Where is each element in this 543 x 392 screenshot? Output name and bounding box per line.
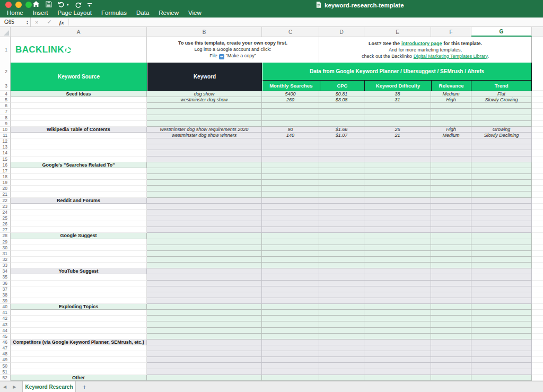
trend-cell[interactable] <box>471 227 532 233</box>
keyword-cell[interactable] <box>147 310 262 316</box>
monthly-searches-cell[interactable] <box>262 180 319 186</box>
cell-a-empty[interactable] <box>11 334 147 339</box>
trend-cell[interactable] <box>471 103 532 109</box>
select-all-corner[interactable] <box>0 27 11 37</box>
trend-cell[interactable] <box>471 334 532 339</box>
cell-a-empty[interactable] <box>11 345 147 351</box>
relevance-cell[interactable] <box>431 251 471 257</box>
keyword-difficulty-cell[interactable] <box>364 292 431 298</box>
keyword-difficulty-cell[interactable] <box>364 351 431 357</box>
cell-a-empty[interactable] <box>11 251 147 257</box>
cell-a-empty[interactable] <box>11 103 147 109</box>
cell-h-empty[interactable] <box>532 144 543 150</box>
keyword-cell[interactable] <box>147 351 262 357</box>
monthly-searches-cell[interactable] <box>262 369 319 375</box>
cancel-entry-icon[interactable]: × <box>31 19 42 25</box>
relevance-cell[interactable] <box>431 328 471 334</box>
monthly-searches-cell[interactable] <box>262 339 319 345</box>
column-header-b[interactable]: B <box>147 27 262 37</box>
trend-cell[interactable] <box>471 215 532 221</box>
cell-h-empty[interactable] <box>532 375 543 381</box>
cell-h-empty[interactable] <box>532 180 543 186</box>
keyword-difficulty-cell[interactable] <box>364 263 431 268</box>
monthly-searches-cell[interactable] <box>262 162 319 168</box>
keyword-difficulty-cell[interactable] <box>364 239 431 245</box>
monthly-searches-cell[interactable] <box>262 292 319 298</box>
relevance-cell[interactable] <box>431 109 471 115</box>
cpc-cell[interactable]: $1.66 <box>319 127 364 133</box>
cpc-cell[interactable] <box>319 334 364 339</box>
metric-header-trend[interactable]: Trend <box>471 81 531 91</box>
row-number[interactable]: 33 <box>0 263 11 268</box>
relevance-cell[interactable] <box>431 245 471 251</box>
section-label-cell[interactable]: Wikipedia Table of Contents <box>11 127 147 133</box>
trend-cell[interactable] <box>471 138 532 144</box>
cpc-cell[interactable] <box>319 233 364 239</box>
monthly-searches-cell[interactable] <box>262 156 319 162</box>
column-header-a[interactable]: A <box>11 27 147 37</box>
relevance-cell[interactable] <box>431 138 471 144</box>
monthly-searches-cell[interactable] <box>262 150 319 156</box>
cell-h-empty[interactable] <box>532 339 543 345</box>
home-icon[interactable] <box>32 0 40 10</box>
trend-cell[interactable] <box>471 357 532 363</box>
row-number[interactable]: 40 <box>0 304 11 310</box>
monthly-searches-cell[interactable] <box>262 121 319 127</box>
keyword-difficulty-cell[interactable] <box>364 221 431 227</box>
cell-h-empty[interactable] <box>532 204 543 210</box>
keyword-cell[interactable] <box>147 174 262 180</box>
row-number[interactable]: 9 <box>0 121 11 127</box>
cpc-cell[interactable] <box>319 191 364 197</box>
row-number[interactable]: 12 <box>0 138 11 144</box>
keyword-difficulty-cell[interactable] <box>364 298 431 304</box>
cell-h-empty[interactable] <box>532 63 543 91</box>
cpc-cell[interactable] <box>319 369 364 375</box>
row-number[interactable]: 1 <box>0 37 11 63</box>
section-label-cell[interactable]: Google Suggest <box>11 233 147 239</box>
cell-h-empty[interactable] <box>532 168 543 174</box>
trend-cell[interactable] <box>471 221 532 227</box>
relevance-cell[interactable] <box>431 215 471 221</box>
row-number[interactable]: 2 <box>0 63 10 81</box>
section-label-cell[interactable]: Other <box>11 375 147 381</box>
relevance-cell[interactable] <box>431 239 471 245</box>
keyword-cell[interactable]: dog show <box>147 91 262 97</box>
keyword-difficulty-cell[interactable] <box>364 286 431 292</box>
cpc-cell[interactable] <box>319 168 364 174</box>
keyword-cell[interactable] <box>147 138 262 144</box>
keyword-difficulty-cell[interactable] <box>364 204 431 210</box>
trend-cell[interactable] <box>471 198 532 204</box>
trend-cell[interactable] <box>471 304 532 310</box>
keyword-difficulty-cell[interactable] <box>364 162 431 168</box>
row-number[interactable]: 28 <box>0 233 11 239</box>
keyword-cell[interactable] <box>147 227 262 233</box>
row-number[interactable]: 13 <box>0 144 11 150</box>
cell-a-empty[interactable] <box>11 133 147 138</box>
next-sheet-icon[interactable]: ▶ <box>10 385 19 389</box>
cell-a-empty[interactable] <box>11 310 147 316</box>
keyword-difficulty-cell[interactable] <box>364 345 431 351</box>
keyword-cell[interactable] <box>147 369 262 375</box>
keyword-cell[interactable] <box>147 180 262 186</box>
cell-a-empty[interactable] <box>11 286 147 292</box>
keyword-difficulty-cell[interactable] <box>364 210 431 215</box>
relevance-cell[interactable]: Medium <box>431 91 471 97</box>
column-header-e[interactable]: E <box>364 27 431 37</box>
trend-cell[interactable] <box>471 274 532 280</box>
cell-a-empty[interactable] <box>11 369 147 375</box>
cell-a-empty[interactable] <box>11 363 147 369</box>
keyword-difficulty-cell[interactable] <box>364 339 431 345</box>
trend-cell[interactable] <box>471 263 532 268</box>
row-number[interactable]: 32 <box>0 257 11 263</box>
row-number[interactable]: 27 <box>0 227 11 233</box>
trend-cell[interactable] <box>471 321 532 327</box>
monthly-searches-cell[interactable] <box>262 109 319 115</box>
relevance-cell[interactable] <box>431 310 471 316</box>
monthly-searches-cell[interactable] <box>262 281 319 286</box>
keyword-difficulty-cell[interactable]: 31 <box>364 97 431 103</box>
cell-a-empty[interactable] <box>11 121 147 127</box>
keyword-difficulty-cell[interactable] <box>364 251 431 257</box>
trend-cell[interactable] <box>471 144 532 150</box>
monthly-searches-cell[interactable]: 5400 <box>262 91 319 97</box>
keyword-cell[interactable] <box>147 375 262 381</box>
